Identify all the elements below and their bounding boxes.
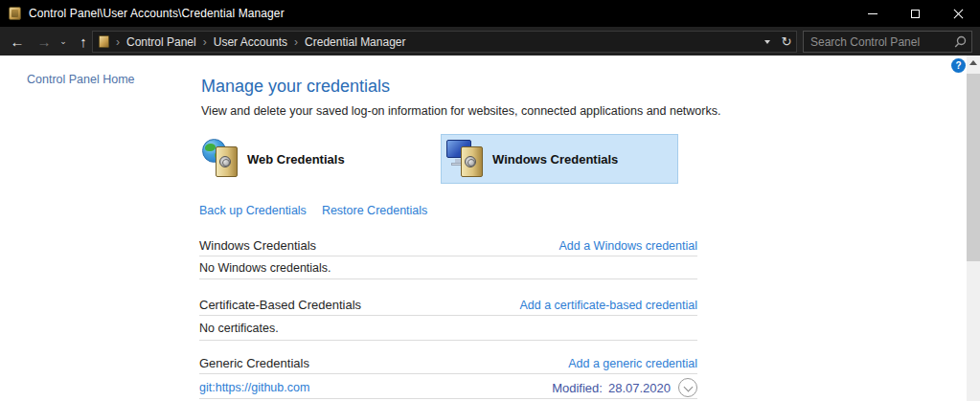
help-button[interactable]: ? <box>951 58 966 73</box>
section-title: Windows Credentials <box>199 238 316 253</box>
credential-modified: Modified:28.07.2020 <box>552 381 671 395</box>
maximize-icon <box>911 10 920 18</box>
web-credentials-label: Web Credentials <box>247 152 345 167</box>
help-icon: ? <box>955 60 961 71</box>
vertical-scrollbar[interactable] <box>967 56 980 401</box>
web-credentials-tile[interactable]: Web Credentials <box>196 134 436 184</box>
control-panel-app-icon <box>9 7 21 20</box>
up-button[interactable]: ↑ <box>73 27 94 56</box>
page-subtitle: View and delete your saved log-on inform… <box>201 104 720 118</box>
minimize-icon <box>868 13 877 14</box>
scrollbar-thumb[interactable] <box>967 74 980 261</box>
safe-dial-icon <box>219 156 231 167</box>
web-credentials-icon <box>201 137 243 181</box>
title-bar: Control Panel\User Accounts\Credential M… <box>0 0 980 27</box>
divider <box>199 340 697 341</box>
breadcrumb-separator-icon: › <box>294 35 298 49</box>
credential-item-link[interactable]: git:https://github.com <box>199 381 309 394</box>
certificate-credentials-empty-text: No certificates. <box>199 322 279 335</box>
modified-date: 28.07.2020 <box>608 381 671 395</box>
breadcrumb-user-accounts[interactable]: User Accounts <box>214 35 287 49</box>
divider <box>199 315 697 316</box>
minimize-button[interactable] <box>851 0 894 27</box>
credential-item-row: git:https://github.com Modified:28.07.20… <box>199 378 697 397</box>
up-icon: ↑ <box>80 33 87 50</box>
back-icon: ← <box>11 33 25 50</box>
breadcrumb-separator-icon: › <box>203 35 207 49</box>
add-certificate-credential-link[interactable]: Add a certificate-based credential <box>519 299 697 312</box>
add-generic-credential-link[interactable]: Add a generic credential <box>568 357 697 370</box>
section-title: Certificate-Based Credentials <box>199 298 361 312</box>
breadcrumb-separator-icon: › <box>116 35 120 49</box>
windows-credentials-icon <box>446 137 489 181</box>
breadcrumb-control-panel[interactable]: Control Panel <box>126 35 196 49</box>
generic-credentials-section-header: Generic Credentials Add a generic creden… <box>199 356 697 370</box>
windows-credentials-empty-text: No Windows credentials. <box>199 261 331 275</box>
safe-icon <box>216 146 238 177</box>
scroll-up-icon[interactable] <box>969 60 977 65</box>
search-icon <box>954 35 967 48</box>
windows-credentials-label: Windows Credentials <box>492 152 618 167</box>
close-button[interactable] <box>937 0 980 27</box>
section-title: Generic Credentials <box>199 356 309 370</box>
certificate-credentials-section-header: Certificate-Based Credentials Add a cert… <box>199 298 697 312</box>
divider <box>199 278 697 279</box>
safe-icon <box>461 146 483 177</box>
navigation-toolbar: ← → ⌄ ↑ › Control Panel › User Accounts … <box>0 27 980 56</box>
control-panel-breadcrumb-icon <box>99 35 109 48</box>
forward-icon: → <box>37 33 52 50</box>
chevron-down-icon <box>764 40 770 44</box>
forward-button[interactable]: → <box>33 27 56 56</box>
add-windows-credential-link[interactable]: Add a Windows credential <box>558 239 697 253</box>
windows-credentials-tile[interactable]: Windows Credentials <box>441 134 678 184</box>
refresh-button[interactable]: ↻ <box>777 31 796 53</box>
address-dropdown-button[interactable] <box>758 31 777 53</box>
safe-dial-icon <box>465 156 476 167</box>
credential-actions: Back up Credentials Restore Credentials <box>199 204 427 217</box>
recent-pages-dropdown-button[interactable]: ⌄ <box>56 27 71 56</box>
breadcrumb-credential-manager[interactable]: Credential Manager <box>305 35 405 49</box>
back-button[interactable]: ← <box>6 27 29 56</box>
restore-credentials-link[interactable]: Restore Credentials <box>322 204 427 217</box>
search-input[interactable] <box>804 32 949 52</box>
maximize-button[interactable] <box>894 0 937 27</box>
windows-credentials-section-header: Windows Credentials Add a Windows creden… <box>199 238 697 253</box>
divider <box>199 256 697 256</box>
back-up-credentials-link[interactable]: Back up Credentials <box>199 204 307 217</box>
refresh-icon: ↻ <box>782 34 792 49</box>
search-box <box>803 31 972 53</box>
sidebar-item-control-panel-home[interactable]: Control Panel Home <box>27 73 135 86</box>
window-title: Control Panel\User Accounts\Credential M… <box>29 7 285 20</box>
divider <box>199 398 697 399</box>
close-icon <box>953 9 964 19</box>
expand-credential-button[interactable] <box>678 378 697 397</box>
divider <box>199 373 697 374</box>
chevron-down-icon: ⌄ <box>59 36 67 46</box>
address-bar[interactable]: › Control Panel › User Accounts › Creden… <box>92 31 797 53</box>
modified-label: Modified: <box>552 381 603 395</box>
page-title: Manage your credentials <box>201 77 390 97</box>
window-controls <box>851 0 980 27</box>
